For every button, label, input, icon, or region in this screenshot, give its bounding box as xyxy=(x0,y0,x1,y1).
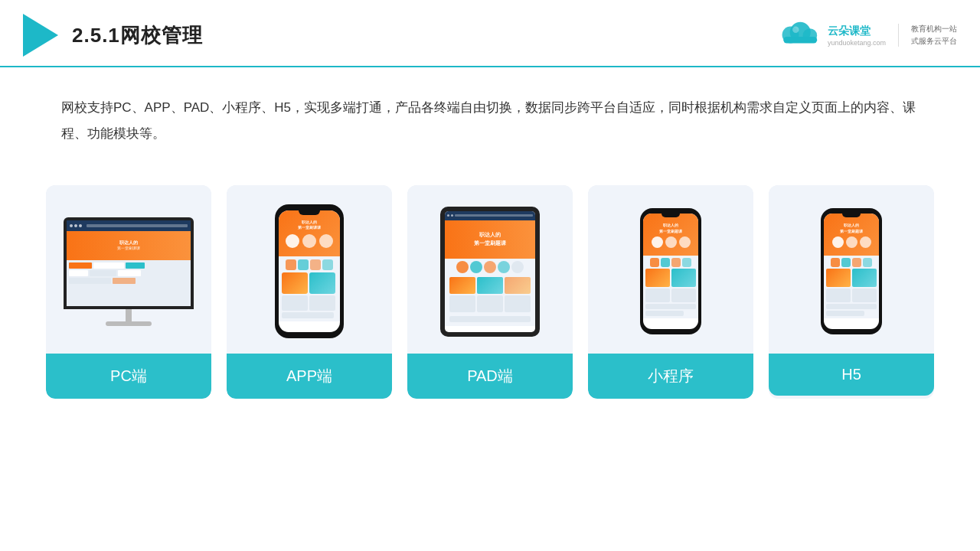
card-pad-label: PAD端 xyxy=(407,354,573,399)
platform-cards: 职达人的 第一堂刷课课 xyxy=(0,162,980,399)
tablet-mockup: 职达人的第一堂刷题课 xyxy=(440,207,540,337)
header: 2.5.1网校管理 云朵课堂 yunduoketang.com 教育机构一站 式… xyxy=(0,0,980,67)
card-miniprogram: 职达人的第一堂刷题课 xyxy=(588,185,753,399)
phone-h5-notch xyxy=(842,214,861,217)
tablet-screen: 职达人的第一堂刷题课 xyxy=(445,211,535,332)
card-app-label: APP端 xyxy=(227,354,392,399)
card-pad: 职达人的第一堂刷题课 xyxy=(407,185,573,399)
divider xyxy=(898,24,899,47)
phone-small-notch xyxy=(662,214,680,217)
phone-small-screen: 职达人的第一堂刷题课 xyxy=(643,214,698,329)
card-app-image: 职达人的第一堂刷课课 xyxy=(227,185,392,354)
brand-cloud-icon xyxy=(774,21,820,50)
brand-name: 云朵课堂 xyxy=(828,24,886,38)
monitor-mockup: 职达人的 第一堂刷课课 xyxy=(64,217,194,326)
brand-tagline: 教育机构一站 式服务云平台 xyxy=(911,23,957,47)
card-h5-image: 职达人的第一堂刷题课 xyxy=(769,185,934,354)
card-pad-image: 职达人的第一堂刷题课 xyxy=(407,185,573,354)
phone-h5-screen: 职达人的第一堂刷题课 xyxy=(824,214,879,329)
card-miniprogram-image: 职达人的第一堂刷题课 xyxy=(588,185,753,354)
description-text: 网校支持PC、APP、PAD、小程序、H5，实现多端打通，产品各终端自由切换，数… xyxy=(0,67,980,155)
card-pc: 职达人的 第一堂刷课课 xyxy=(46,185,211,399)
phone-notch xyxy=(299,210,320,215)
brand-url: yunduoketang.com xyxy=(828,39,886,47)
page-title: 2.5.1网校管理 xyxy=(72,22,203,49)
logo-triangle-icon xyxy=(23,14,58,57)
card-miniprogram-label: 小程序 xyxy=(588,354,753,399)
phone-small-miniprogram: 职达人的第一堂刷题课 xyxy=(640,208,701,334)
phone-mockup-app: 职达人的第一堂刷课课 xyxy=(275,204,344,338)
phone-small-h5: 职达人的第一堂刷题课 xyxy=(821,208,882,334)
brand-info: 云朵课堂 yunduoketang.com xyxy=(828,24,886,47)
svg-rect-3 xyxy=(783,37,817,43)
header-right: 云朵课堂 yunduoketang.com 教育机构一站 式服务云平台 xyxy=(774,21,957,50)
card-pc-image: 职达人的 第一堂刷课课 xyxy=(46,185,211,354)
card-h5-label: H5 xyxy=(769,354,934,396)
phone-screen: 职达人的第一堂刷课课 xyxy=(279,210,340,332)
header-left: 2.5.1网校管理 xyxy=(23,14,203,57)
svg-point-4 xyxy=(792,27,799,33)
card-h5: 职达人的第一堂刷题课 xyxy=(769,185,934,399)
card-pc-label: PC端 xyxy=(46,354,211,399)
card-app: 职达人的第一堂刷课课 xyxy=(227,185,392,399)
